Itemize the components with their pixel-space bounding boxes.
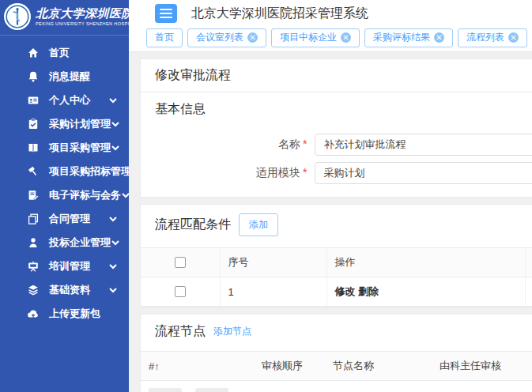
sidebar-item-contract-management[interactable]: 合同管理 xyxy=(0,207,129,231)
row-index: 1 xyxy=(220,277,326,307)
chevron-down-icon xyxy=(108,262,118,271)
tab-home[interactable]: 首页 xyxy=(146,28,183,47)
column-header-node-name: 节点名称 xyxy=(325,352,432,381)
page-title: 修改审批流程 xyxy=(155,68,231,81)
close-icon[interactable]: ✕ xyxy=(434,32,444,43)
edit-node-button[interactable]: 修改 xyxy=(149,388,182,392)
sidebar-item-messages[interactable]: 消息提醒 xyxy=(0,65,129,89)
table-row: 修改 删除 1 科主任意见 是 xyxy=(141,381,532,392)
sidebar-item-procurement-plan[interactable]: 采购计划管理 xyxy=(0,112,129,136)
table-row: 1 修改 删除 计 xyxy=(141,277,532,307)
required-mark: * xyxy=(303,166,307,179)
required-mark: * xyxy=(303,138,307,150)
column-header-index: 序号 xyxy=(220,248,326,277)
bell-icon xyxy=(27,70,40,83)
sidebar-item-basic-data[interactable]: 基础资料 xyxy=(0,278,129,302)
add-condition-button[interactable]: 添加 xyxy=(239,213,278,236)
tab-evaluation-results[interactable]: 采购评标结果✕ xyxy=(364,28,453,47)
process-nodes-section-title: 流程节点 xyxy=(155,323,206,340)
sidebar: 北京大学深圳医院 PEKING UNIVERSITY SHENZHEN HOSP… xyxy=(0,0,129,392)
page-content: 修改审批流程 基本信息 名称* 适用模块* xyxy=(129,52,532,392)
user-icon xyxy=(27,236,40,249)
table-header-row: 序号 操作 字 xyxy=(141,248,532,277)
match-conditions-table: 序号 操作 字 1 修改 删除 计 xyxy=(141,247,532,307)
sidebar-item-project-procurement[interactable]: 项目采购管理 xyxy=(0,136,129,160)
match-conditions-card: 流程匹配条件 添加 序号 操作 字 xyxy=(140,204,532,307)
column-header-clipped: 字 xyxy=(525,248,532,277)
app-window: 北京大学深圳医院 PEKING UNIVERSITY SHENZHEN HOSP… xyxy=(0,0,532,392)
select-all-checkbox[interactable] xyxy=(175,257,186,268)
id-card-icon xyxy=(27,94,40,107)
hospital-logo-icon xyxy=(3,2,32,31)
basic-info-section-title: 基本信息 xyxy=(155,101,206,118)
topbar: 北京大学深圳医院招采管理系统 xyxy=(129,0,532,27)
module-field-label: 适用模块* xyxy=(141,166,307,180)
chevron-down-icon xyxy=(111,143,120,153)
node-order: 1 xyxy=(254,381,325,392)
clipboard-check-icon xyxy=(27,118,40,130)
cloud-upload-icon xyxy=(27,307,40,320)
chevron-down-icon xyxy=(111,119,120,129)
gavel-icon xyxy=(27,165,40,178)
node-dept-head-review: 是 xyxy=(432,381,532,392)
tabbar: 首页 会议室列表✕ 项目中标企业✕ 采购评标结果✕ 流程列表✕ 流程✕ xyxy=(129,27,532,52)
node-name: 科主任意见 xyxy=(325,381,432,392)
sidebar-item-e-evaluation[interactable]: 电子评标与会务 xyxy=(0,183,129,207)
match-conditions-section-title: 流程匹配条件 xyxy=(155,217,231,233)
chevron-down-icon xyxy=(121,190,129,200)
app-title: 北京大学深圳医院招采管理系统 xyxy=(191,6,368,22)
basic-info-card: 修改审批流程 基本信息 名称* 适用模块* xyxy=(140,58,532,198)
book-icon xyxy=(27,141,40,154)
process-nodes-table: #↑ 审核顺序 节点名称 由科主任审核 修改 删除 1 xyxy=(141,351,532,392)
delete-node-button[interactable]: 删除 xyxy=(195,388,228,392)
documents-icon xyxy=(27,213,40,225)
home-icon xyxy=(27,47,40,59)
hospital-name-en: PEKING UNIVERSITY SHENZHEN HOSPITAL xyxy=(36,21,129,26)
add-node-link[interactable]: 添加节点 xyxy=(213,325,251,338)
close-icon[interactable]: ✕ xyxy=(508,32,519,43)
process-nodes-card: 流程节点 添加节点 #↑ 审核顺序 节点名称 由科主任审核 xyxy=(140,314,532,392)
basic-info-form: 名称* 适用模块* xyxy=(141,122,532,197)
column-header-actions: 操作 xyxy=(326,248,525,277)
name-field-label: 名称* xyxy=(141,138,307,152)
column-header-order: 审核顺序 xyxy=(254,352,325,381)
hospital-logo-header: 北京大学深圳医院 PEKING UNIVERSITY SHENZHEN HOSP… xyxy=(0,0,129,36)
hospital-name: 北京大学深圳医院 xyxy=(36,7,129,21)
sidebar-item-training-management[interactable]: 培训管理 xyxy=(0,254,129,278)
document-edit-icon xyxy=(27,189,40,202)
column-header-dept-head-review: 由科主任审核 xyxy=(432,352,532,381)
close-icon[interactable]: ✕ xyxy=(341,32,351,43)
sidebar-item-bidder-enterprise[interactable]: 投标企业管理 xyxy=(0,231,129,254)
sidebar-item-home[interactable]: 首页 xyxy=(0,41,129,65)
tab-winning-enterprises[interactable]: 项目中标企业✕ xyxy=(271,28,360,47)
chevron-down-icon xyxy=(108,285,118,295)
sidebar-toggle-button[interactable] xyxy=(155,4,177,23)
column-header-hash-sort[interactable]: #↑ xyxy=(141,352,254,381)
table-header-row: #↑ 审核顺序 节点名称 由科主任审核 xyxy=(141,352,532,381)
sidebar-item-bidding-management[interactable]: 项目采购招标管理 xyxy=(0,160,129,183)
sidebar-item-upload-update-package[interactable]: 上传更新包 xyxy=(0,302,129,326)
applicable-module-field[interactable] xyxy=(315,162,532,184)
chevron-down-icon xyxy=(108,214,118,224)
chevron-down-icon xyxy=(108,96,118,105)
chevron-down-icon xyxy=(111,238,120,247)
row-checkbox[interactable] xyxy=(175,286,186,297)
row-clipped-cell: 计 xyxy=(525,277,532,307)
row-action-links[interactable]: 修改 删除 xyxy=(326,277,525,307)
presentation-icon xyxy=(27,260,40,273)
main-area: 北京大学深圳医院招采管理系统 首页 会议室列表✕ 项目中标企业✕ 采购评标结果✕… xyxy=(129,0,532,392)
tab-meeting-room-list[interactable]: 会议室列表✕ xyxy=(187,28,266,47)
close-icon[interactable]: ✕ xyxy=(247,32,258,43)
sidebar-menu: 首页 消息提醒 个人中心 采购计划管理 项目采购管理 xyxy=(0,36,129,326)
tab-process-list[interactable]: 流程列表✕ xyxy=(458,28,527,47)
sidebar-item-personal-center[interactable]: 个人中心 xyxy=(0,89,129,112)
name-field[interactable] xyxy=(315,134,532,156)
layers-icon xyxy=(27,284,40,296)
